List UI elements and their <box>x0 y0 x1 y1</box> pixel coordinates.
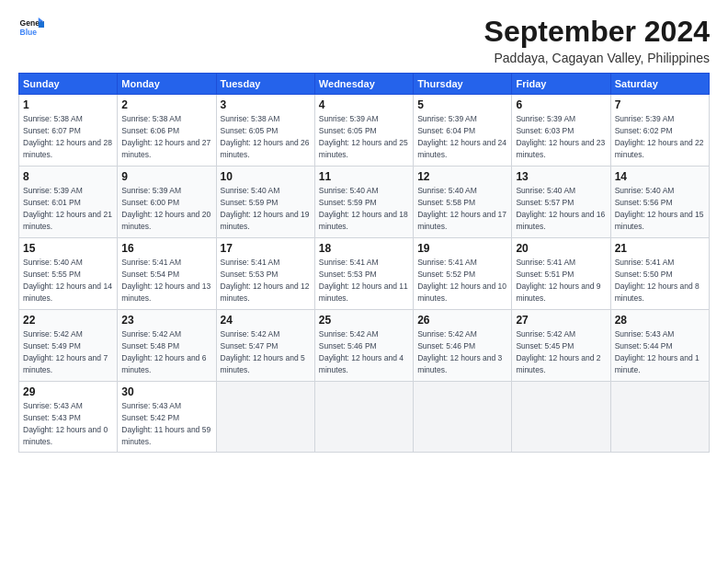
header-tuesday: Tuesday <box>216 74 314 95</box>
table-row: 18 Sunrise: 5:41 AMSunset: 5:53 PMDaylig… <box>314 238 413 310</box>
day-number: 18 <box>319 242 409 255</box>
table-row <box>512 382 610 453</box>
header-thursday: Thursday <box>414 74 512 95</box>
day-number: 7 <box>615 98 705 111</box>
header-wednesday: Wednesday <box>314 74 413 95</box>
day-info: Sunrise: 5:40 AMSunset: 5:59 PMDaylight:… <box>319 186 408 231</box>
day-info: Sunrise: 5:38 AMSunset: 6:05 PMDaylight:… <box>221 114 310 159</box>
day-info: Sunrise: 5:40 AMSunset: 5:56 PMDaylight:… <box>615 186 704 231</box>
day-number: 12 <box>417 170 507 183</box>
day-number: 15 <box>23 242 113 255</box>
table-row <box>314 382 413 453</box>
day-info: Sunrise: 5:39 AMSunset: 6:04 PMDaylight:… <box>417 114 506 159</box>
day-number: 10 <box>221 170 311 183</box>
table-row: 19 Sunrise: 5:41 AMSunset: 5:52 PMDaylig… <box>414 238 512 310</box>
table-row: 11 Sunrise: 5:40 AMSunset: 5:59 PMDaylig… <box>314 167 413 238</box>
day-info: Sunrise: 5:38 AMSunset: 6:07 PMDaylight:… <box>23 114 112 159</box>
header-monday: Monday <box>118 74 216 95</box>
table-row: 15 Sunrise: 5:40 AMSunset: 5:55 PMDaylig… <box>19 238 118 310</box>
day-info: Sunrise: 5:39 AMSunset: 6:00 PMDaylight:… <box>121 186 210 231</box>
day-number: 22 <box>23 314 113 327</box>
table-row: 17 Sunrise: 5:41 AMSunset: 5:53 PMDaylig… <box>216 238 314 310</box>
table-row: 4 Sunrise: 5:39 AMSunset: 6:05 PMDayligh… <box>314 95 413 167</box>
table-row: 1 Sunrise: 5:38 AMSunset: 6:07 PMDayligh… <box>19 95 118 167</box>
day-number: 29 <box>23 385 113 398</box>
day-number: 21 <box>615 242 705 255</box>
table-row: 5 Sunrise: 5:39 AMSunset: 6:04 PMDayligh… <box>414 95 512 167</box>
day-info: Sunrise: 5:38 AMSunset: 6:06 PMDaylight:… <box>121 114 210 159</box>
calendar-page: General Blue September 2024 Paddaya, Cag… <box>0 0 728 563</box>
table-row: 12 Sunrise: 5:40 AMSunset: 5:58 PMDaylig… <box>414 167 512 238</box>
day-number: 9 <box>121 170 211 183</box>
day-info: Sunrise: 5:41 AMSunset: 5:50 PMDaylight:… <box>615 258 700 303</box>
location-subtitle: Paddaya, Cagayan Valley, Philippines <box>484 51 710 65</box>
table-row: 23 Sunrise: 5:42 AMSunset: 5:48 PMDaylig… <box>118 310 216 382</box>
svg-text:Blue: Blue <box>20 28 38 37</box>
table-row: 8 Sunrise: 5:39 AMSunset: 6:01 PMDayligh… <box>19 167 118 238</box>
day-number: 17 <box>221 242 311 255</box>
day-number: 14 <box>615 170 705 183</box>
day-number: 11 <box>319 170 409 183</box>
day-number: 23 <box>121 314 211 327</box>
day-info: Sunrise: 5:41 AMSunset: 5:53 PMDaylight:… <box>221 258 310 303</box>
day-info: Sunrise: 5:40 AMSunset: 5:55 PMDaylight:… <box>23 258 112 303</box>
header-sunday: Sunday <box>19 74 118 95</box>
table-row: 26 Sunrise: 5:42 AMSunset: 5:46 PMDaylig… <box>414 310 512 382</box>
day-info: Sunrise: 5:41 AMSunset: 5:52 PMDaylight:… <box>417 258 506 303</box>
day-info: Sunrise: 5:43 AMSunset: 5:42 PMDaylight:… <box>121 401 210 446</box>
day-number: 30 <box>121 385 211 398</box>
weekday-header-row: Sunday Monday Tuesday Wednesday Thursday… <box>19 74 710 95</box>
table-row: 3 Sunrise: 5:38 AMSunset: 6:05 PMDayligh… <box>216 95 314 167</box>
day-info: Sunrise: 5:42 AMSunset: 5:47 PMDaylight:… <box>221 329 305 374</box>
logo: General Blue <box>18 15 44 40</box>
table-row: 24 Sunrise: 5:42 AMSunset: 5:47 PMDaylig… <box>216 310 314 382</box>
day-info: Sunrise: 5:40 AMSunset: 5:57 PMDaylight:… <box>516 186 605 231</box>
table-row: 20 Sunrise: 5:41 AMSunset: 5:51 PMDaylig… <box>512 238 610 310</box>
day-info: Sunrise: 5:42 AMSunset: 5:46 PMDaylight:… <box>319 329 404 374</box>
day-number: 6 <box>516 98 606 111</box>
day-number: 2 <box>121 98 211 111</box>
day-info: Sunrise: 5:39 AMSunset: 6:01 PMDaylight:… <box>23 186 112 231</box>
table-row <box>216 382 314 453</box>
day-info: Sunrise: 5:39 AMSunset: 6:02 PMDaylight:… <box>615 114 704 159</box>
day-info: Sunrise: 5:40 AMSunset: 5:58 PMDaylight:… <box>417 186 506 231</box>
day-number: 26 <box>417 314 507 327</box>
day-info: Sunrise: 5:41 AMSunset: 5:53 PMDaylight:… <box>319 258 408 303</box>
day-number: 13 <box>516 170 606 183</box>
svg-marker-3 <box>39 22 44 28</box>
day-number: 25 <box>319 314 409 327</box>
day-number: 27 <box>516 314 606 327</box>
table-row: 7 Sunrise: 5:39 AMSunset: 6:02 PMDayligh… <box>610 95 709 167</box>
table-row: 10 Sunrise: 5:40 AMSunset: 5:59 PMDaylig… <box>216 167 314 238</box>
table-row <box>610 382 709 453</box>
table-row: 16 Sunrise: 5:41 AMSunset: 5:54 PMDaylig… <box>118 238 216 310</box>
day-info: Sunrise: 5:41 AMSunset: 5:54 PMDaylight:… <box>121 258 210 303</box>
table-row: 9 Sunrise: 5:39 AMSunset: 6:00 PMDayligh… <box>118 167 216 238</box>
table-row: 13 Sunrise: 5:40 AMSunset: 5:57 PMDaylig… <box>512 167 610 238</box>
day-info: Sunrise: 5:42 AMSunset: 5:46 PMDaylight:… <box>417 329 502 374</box>
table-row: 25 Sunrise: 5:42 AMSunset: 5:46 PMDaylig… <box>314 310 413 382</box>
header-saturday: Saturday <box>610 74 709 95</box>
table-row: 14 Sunrise: 5:40 AMSunset: 5:56 PMDaylig… <box>610 167 709 238</box>
table-row: 6 Sunrise: 5:39 AMSunset: 6:03 PMDayligh… <box>512 95 610 167</box>
day-number: 8 <box>23 170 113 183</box>
day-number: 5 <box>417 98 507 111</box>
day-info: Sunrise: 5:39 AMSunset: 6:03 PMDaylight:… <box>516 114 605 159</box>
header-friday: Friday <box>512 74 610 95</box>
table-row: 29 Sunrise: 5:43 AMSunset: 5:43 PMDaylig… <box>19 382 118 453</box>
day-number: 16 <box>121 242 211 255</box>
day-info: Sunrise: 5:42 AMSunset: 5:48 PMDaylight:… <box>121 329 206 374</box>
day-number: 19 <box>417 242 507 255</box>
page-header: General Blue September 2024 Paddaya, Cag… <box>18 15 710 65</box>
day-number: 28 <box>615 314 705 327</box>
table-row: 2 Sunrise: 5:38 AMSunset: 6:06 PMDayligh… <box>118 95 216 167</box>
table-row: 22 Sunrise: 5:42 AMSunset: 5:49 PMDaylig… <box>19 310 118 382</box>
table-row <box>414 382 512 453</box>
day-number: 1 <box>23 98 113 111</box>
title-block: September 2024 Paddaya, Cagayan Valley, … <box>484 15 710 65</box>
logo-icon: General Blue <box>18 15 44 40</box>
day-info: Sunrise: 5:42 AMSunset: 5:45 PMDaylight:… <box>516 329 600 374</box>
calendar-table: Sunday Monday Tuesday Wednesday Thursday… <box>18 73 710 453</box>
day-info: Sunrise: 5:42 AMSunset: 5:49 PMDaylight:… <box>23 329 108 374</box>
month-title: September 2024 <box>484 15 710 49</box>
